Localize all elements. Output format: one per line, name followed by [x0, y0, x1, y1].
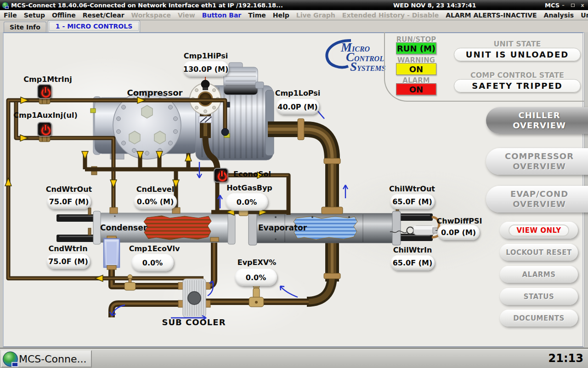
sub-cooler-label: SUB COOLER [162, 317, 226, 327]
alarm-indicator: ON [396, 83, 436, 95]
menu-live-graph: Live Graph [296, 12, 335, 19]
evpexv-value[interactable]: 0.0% [235, 269, 277, 286]
window-controls: – x [560, 0, 586, 10]
menu-time[interactable]: Time [248, 12, 266, 19]
tab-bar: Site Info 1 - MICRO CONTROLS [0, 21, 588, 32]
menu-view: View [178, 12, 195, 19]
minimize-button[interactable]: – [560, 2, 566, 8]
hotgasbyp-value[interactable]: 0.0% [226, 193, 268, 211]
menu-units[interactable]: Units [581, 12, 588, 19]
status-button[interactable]: STATUS [500, 288, 578, 305]
lockout-reset-button[interactable]: LOCKOUT RESET [500, 244, 578, 261]
cmp1auxinj-power-icon[interactable] [37, 122, 52, 137]
menu-analysis[interactable]: Analysis [544, 12, 574, 19]
cndlevel-label: CndLevel [136, 185, 174, 194]
menu-button-bar[interactable]: Button Bar [202, 12, 242, 19]
cmp1auxinj-label: Cmp1AuxInj(ul) [13, 111, 77, 120]
chilwtrout-label: ChilWtrOut [389, 184, 435, 193]
chilwtrin-value[interactable]: 65.0F (M) [390, 255, 435, 270]
comp-control-state-label: COMP CONTROL STATE [470, 71, 564, 80]
menu-workspace: Workspace [131, 12, 171, 19]
tab-micro-controls[interactable]: 1 - MICRO CONTROLS [48, 20, 140, 32]
taskbar: MCS-Conne... 21:13 [0, 348, 588, 368]
title-brand: MCS [545, 2, 560, 9]
compressor-overview-line1: COMPRESSOR [505, 151, 574, 162]
cmp1mtrinj-power-icon[interactable] [37, 84, 52, 99]
taskbar-app-button[interactable]: MCS-Conne... [1, 350, 92, 368]
menu-offline[interactable]: Offline [52, 12, 76, 19]
cmp1mtrinj-label: Cmp1MtrInj [23, 75, 72, 84]
close-button[interactable]: x [579, 2, 586, 8]
econosol-power-icon[interactable] [214, 168, 228, 183]
cmp1lopsi-value[interactable]: 40.0P (M) [276, 99, 319, 115]
evaporator-label: Evaporator [258, 223, 307, 232]
cndwtrin-label: CndWtrIn [48, 244, 87, 253]
menu-extended-history: Extended History - Disable [342, 12, 439, 19]
menu-file[interactable]: File [4, 12, 17, 19]
cmp1ecovlv-label: Cmp1EcoVlv [129, 244, 180, 253]
cmp1lopsi-label: Cmp1LoPsi [275, 89, 321, 98]
menu-setup[interactable]: Setup [24, 12, 45, 19]
menu-help[interactable]: Help [273, 12, 289, 19]
compressor-overview-button[interactable]: COMPRESSOR OVERVIEW [486, 148, 588, 175]
menu-reset-clear[interactable]: Reset/Clear [83, 12, 124, 19]
menu-bar: File Setup Offline Reset/Clear Workspace… [0, 10, 588, 20]
evpexv-label: EvpEXV% [237, 258, 277, 267]
taskbar-globe-icon [3, 351, 18, 367]
condenser-label: Condenser [100, 223, 147, 232]
chilwtrin-label: ChilWtrIn [393, 246, 432, 254]
app-globe-icon [2, 2, 9, 9]
evap-cond-overview-line1: EVAP/COND [510, 189, 568, 200]
cndlevel-value[interactable]: 0.0% (M) [134, 194, 177, 209]
taskbar-app-label: MCS-Conne... [19, 353, 86, 365]
chiller-overview-line1: CHILLER [518, 110, 560, 121]
unit-state-value: UNIT IS UNLOADED [454, 48, 581, 61]
econosol-label: EconoSol [233, 170, 271, 178]
title-datetime: WED NOV 8, 23 14:37:41 [393, 2, 476, 9]
restore-button[interactable] [570, 2, 576, 8]
compressor-label: Compressor [127, 88, 183, 98]
documents-button[interactable]: DOCUMENTS [500, 310, 578, 327]
cndwtrout-label: CndWtrOut [46, 185, 92, 194]
chwdiffpsi-label: ChwDiffPSI [437, 217, 482, 225]
comp-control-state-value: SAFETY TRIPPED [454, 79, 581, 92]
chiller-overview-button[interactable]: CHILLER OVERVIEW [486, 107, 588, 134]
view-only-label: VIEW ONLY [509, 224, 569, 236]
cmp1hipsi-label: Cmp1HiPsi [184, 52, 228, 60]
alarms-button[interactable]: ALARMS [500, 266, 578, 283]
chwdiffpsi-value[interactable]: 0.0P (M) [437, 225, 480, 240]
evap-cond-overview-line2: OVERVIEW [513, 199, 566, 210]
cmp1ecovlv-value[interactable]: 0.0% [131, 254, 174, 271]
run-stop-indicator: RUN (M) [396, 42, 436, 54]
tab-site-info[interactable]: Site Info [4, 22, 46, 32]
hotgasbyp-label: HotGasByp [226, 184, 272, 192]
title-bar: MCS-Connect 18.40.06-Connected on Networ… [0, 0, 588, 10]
warning-indicator: ON [396, 63, 436, 75]
chiller-overview-line2: OVERVIEW [513, 121, 566, 131]
menu-alarm-alerts[interactable]: ALARM ALERTS-INACTIVE [446, 12, 537, 19]
unit-state-label: UNIT STATE [494, 40, 541, 48]
chilwtrout-value[interactable]: 65.0F (M) [390, 194, 435, 209]
window-title: MCS-Connect 18.40.06-Connected on Networ… [11, 2, 283, 9]
micro-control-systems-logo: MICRO CONTROL SYSTEMS [321, 38, 394, 73]
compressor-overview-line2: OVERVIEW [513, 161, 566, 172]
taskbar-clock: 21:13 [548, 352, 583, 365]
svg-text:MICRO: MICRO [340, 40, 370, 54]
view-only-button[interactable]: VIEW ONLY [500, 222, 578, 239]
evap-cond-overview-button[interactable]: EVAP/COND OVERVIEW [486, 186, 588, 213]
cmp1hipsi-value[interactable]: 130.0P (M) [183, 61, 229, 77]
cndwtrout-value[interactable]: 75.0F (M) [47, 194, 91, 209]
cndwtrin-value[interactable]: 75.0F (M) [46, 254, 90, 269]
mcs-connect-window: MCS-Connect 18.40.06-Connected on Networ… [0, 0, 588, 368]
